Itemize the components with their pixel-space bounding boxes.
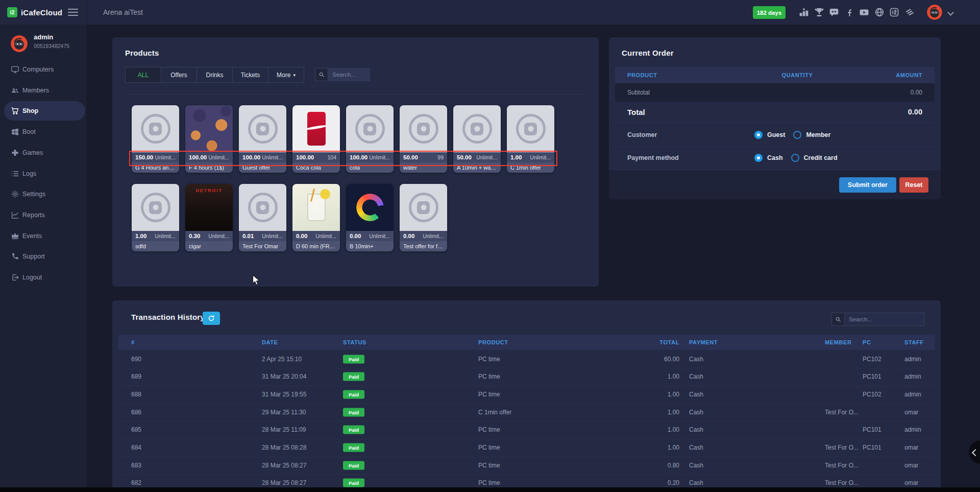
customer-radio-guest[interactable] — [754, 131, 763, 139]
sidebar-item-boot[interactable]: Boot — [0, 122, 86, 142]
tab-label: More — [277, 72, 290, 79]
tx-id: 688 — [131, 391, 141, 398]
tx-product: PC time — [478, 426, 500, 433]
icafecloud-icon[interactable] — [889, 7, 899, 17]
sidebar-item-support[interactable]: Support — [0, 246, 86, 267]
product-card[interactable]: 0.00Unlimit...Test offer for fir... — [400, 184, 447, 251]
product-price: 0.01 — [242, 233, 254, 239]
ranking-icon[interactable] — [799, 7, 809, 17]
sidebar-item-label: Events — [22, 232, 42, 240]
tx-member: Test For O... — [825, 479, 859, 486]
sidebar-avatar[interactable] — [11, 35, 28, 52]
payment-radio-label[interactable]: Credit card — [804, 154, 838, 161]
payment-radio-credit-card[interactable] — [791, 154, 799, 162]
tx-status: Paid — [343, 461, 364, 470]
tab-drinks[interactable]: Drinks — [197, 67, 233, 83]
customer-radio-member[interactable] — [793, 131, 801, 139]
tab-all[interactable]: ALL — [125, 67, 161, 83]
product-price: 100.00 — [189, 154, 207, 160]
transaction-row: 68528 Mar 25 11:09PaidPC time1.00CashPC1… — [118, 421, 935, 439]
youtube-icon[interactable] — [859, 7, 869, 17]
camera-icon — [141, 114, 170, 144]
tab-more[interactable]: More▾ — [268, 67, 304, 83]
product-card[interactable]: 150.00Unlimit...G 4 Hours and f... — [132, 105, 179, 173]
sidebar-item-computers[interactable]: Computers — [0, 59, 86, 80]
product-image-placeholder — [453, 105, 501, 152]
product-card[interactable]: 1.00Unlimit...C 1min offer — [507, 105, 554, 173]
tab-offers[interactable]: Offers — [161, 67, 197, 83]
facebook-icon[interactable] — [844, 7, 854, 17]
transactions-search-input[interactable] — [845, 313, 924, 326]
order-title: Current Order — [622, 49, 674, 57]
tx-member: Test For O... — [825, 444, 859, 451]
chevron-down-icon[interactable] — [947, 9, 954, 16]
tab-label: Drinks — [206, 72, 223, 79]
topbar-separator — [86, 0, 87, 25]
sidebar-item-logs[interactable]: Logs — [0, 163, 86, 184]
product-price: 0.30 — [189, 233, 200, 239]
tx-payment: Cash — [689, 409, 703, 416]
reset-button[interactable]: Reset — [899, 177, 928, 193]
product-card[interactable]: 100.00Unlimit...cola — [346, 105, 394, 173]
tx-product: C 1min offer — [478, 409, 511, 416]
product-price: 0.00 — [296, 233, 307, 239]
tx-id: 690 — [131, 356, 141, 363]
product-price-bar: 0.00Unlimit... — [400, 231, 447, 241]
brand[interactable]: i2 iCafeCloud — [7, 0, 62, 25]
tx-col-id: # — [131, 339, 135, 345]
tx-date: 29 Mar 25 11:30 — [262, 409, 306, 416]
payment-radio-cash[interactable] — [754, 154, 763, 162]
sidebar-item-games[interactable]: Games — [0, 143, 86, 163]
subtotal-label: Subtotal — [627, 89, 650, 96]
sidebar-item-logout[interactable]: Logout — [0, 267, 86, 288]
product-price: 1.00 — [135, 233, 146, 239]
customer-radio-label[interactable]: Member — [806, 131, 830, 138]
products-search-input[interactable] — [328, 68, 370, 81]
camera-icon — [462, 114, 492, 144]
members-icon — [11, 86, 19, 95]
status-badge: Paid — [343, 390, 364, 399]
user-avatar[interactable] — [927, 5, 942, 20]
tab-tickets[interactable]: Tickets — [232, 67, 268, 83]
refresh-button[interactable] — [203, 312, 220, 325]
product-price: 50.00 — [457, 154, 472, 160]
trophy-icon[interactable] — [814, 7, 824, 17]
transactions-table-header: #DATESTATUSPRODUCTTOTALPAYMENTMEMBERPCST… — [118, 335, 935, 350]
customer-radio-label[interactable]: Guest — [767, 131, 785, 138]
product-card[interactable]: 100.00Unlimit...F 4 hours (1$) — [185, 105, 233, 173]
product-card[interactable]: 50.00Unlimit...A 10min + water — [453, 105, 501, 173]
product-card[interactable]: 0.00Unlimit...B 10min+ — [346, 184, 394, 251]
menu-toggle-icon[interactable] — [68, 8, 78, 17]
product-image — [292, 105, 340, 152]
product-card[interactable]: 100.00104Coca cola — [292, 105, 340, 173]
product-card[interactable]: 50.0099water — [400, 105, 447, 173]
sidebar-item-shop[interactable]: Shop — [0, 101, 86, 121]
sidebar-item-members[interactable]: Members — [0, 80, 86, 101]
product-image-placeholder — [507, 105, 554, 152]
product-card[interactable]: 1.00Unlimit...sdfd — [132, 184, 179, 251]
submit-order-button[interactable]: Submit order — [839, 177, 896, 193]
tx-total: 1.00 — [629, 426, 679, 433]
sidebar-item-reports[interactable]: Reports — [0, 205, 86, 225]
product-card[interactable]: 0.00Unlimit...D 60 min (FREE) — [292, 184, 340, 251]
tx-pc: PC101 — [863, 426, 881, 433]
sidebar-item-settings[interactable]: Settings — [0, 184, 86, 204]
discord-icon[interactable] — [829, 7, 839, 17]
sidebar-item-events[interactable]: Events — [0, 226, 86, 246]
product-card[interactable]: DETROIT0.30Unlimit...cigar — [185, 184, 233, 251]
status-badge: Paid — [343, 355, 364, 363]
tx-total: 1.00 — [629, 444, 679, 451]
product-card[interactable]: 100.00Unlimit...Guest offer — [239, 105, 286, 173]
collapse-handle[interactable] — [969, 440, 980, 464]
layers-icon[interactable] — [904, 7, 915, 17]
payment-radio-label[interactable]: Cash — [767, 154, 783, 161]
search-icon — [315, 68, 328, 81]
tab-label: ALL — [138, 72, 149, 79]
license-days-badge[interactable]: 182 days — [753, 6, 786, 19]
globe-icon[interactable] — [874, 7, 885, 17]
product-image-placeholder — [239, 105, 286, 152]
tx-id: 683 — [131, 462, 141, 469]
product-stock: Unlimit... — [530, 154, 551, 160]
product-name: C 1min offer — [507, 162, 554, 173]
product-card[interactable]: 0.01Unlimit...Test For Omar — [239, 184, 286, 251]
